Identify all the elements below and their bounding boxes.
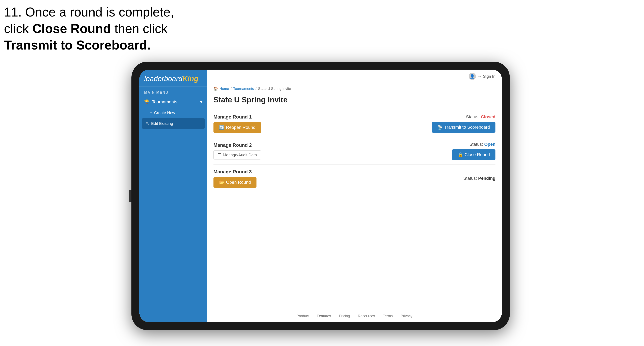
footer-product[interactable]: Product [296, 314, 309, 318]
main-content: 👤 → Sign In 🏠 Home / Tournaments / State… [207, 70, 502, 322]
round-2-section: Manage Round 2 ☰ Manage/Audit Data Statu… [214, 137, 496, 165]
tablet-side-button [129, 190, 132, 202]
close-round-label: Close Round [464, 152, 490, 157]
round-1-status-label: Status: [466, 114, 480, 119]
nav-edit-existing-label: Edit Existing [151, 121, 173, 126]
nav-edit-existing[interactable]: ✎ Edit Existing [142, 118, 205, 129]
sign-in-label: Sign In [483, 74, 496, 79]
breadcrumb-current: State U Spring Invite [258, 87, 291, 91]
instruction-line2: click Close Round then click [4, 21, 168, 36]
round-1-status-value: Closed [481, 114, 496, 119]
footer-privacy[interactable]: Privacy [401, 314, 412, 318]
round-3-status-label: Status: [464, 176, 477, 181]
round-3-status: Status: Pending [464, 176, 496, 181]
transmit-to-scoreboard-button[interactable]: 📡 Transmit to Scoreboard [432, 122, 496, 133]
nav-item-tournaments[interactable]: 🏆 Tournaments ▾ [140, 96, 207, 108]
page-content: State U Spring Invite Manage Round 1 🔄 R… [207, 92, 502, 310]
breadcrumb-home[interactable]: Home [220, 87, 229, 91]
round-3-status-value: Pending [478, 176, 496, 181]
close-round-button[interactable]: 🔒 Close Round [452, 149, 496, 160]
manage-audit-button[interactable]: ☰ Manage/Audit Data [214, 150, 261, 160]
footer-terms[interactable]: Terms [383, 314, 393, 318]
edit-icon: ✎ [146, 121, 149, 126]
instruction-line3: Transmit to Scoreboard. [4, 38, 150, 52]
reopen-round-button[interactable]: 🔄 Reopen Round [214, 122, 261, 133]
nav-tournaments-label: Tournaments [152, 99, 177, 105]
sign-in-button[interactable]: 👤 → Sign In [469, 73, 496, 80]
close-icon: 🔒 [458, 152, 463, 157]
tablet-screen: leaderboardKing MAIN MENU 🏆 Tournaments … [140, 70, 502, 322]
open-icon: 📂 [219, 180, 224, 185]
signin-arrow-icon: → [478, 74, 482, 79]
plus-icon: + [150, 111, 152, 115]
main-menu-label: MAIN MENU [140, 86, 207, 96]
round-2-status-value: Open [484, 142, 496, 147]
audit-icon: ☰ [218, 153, 221, 157]
app-footer: Product Features Pricing Resources Terms… [207, 310, 502, 322]
transmit-scoreboard-label: Transmit to Scoreboard [444, 125, 490, 130]
sidebar: leaderboardKing MAIN MENU 🏆 Tournaments … [140, 70, 207, 322]
breadcrumb-sep1: / [230, 87, 232, 91]
footer-resources[interactable]: Resources [358, 314, 375, 318]
nav-create-new-label: Create New [154, 111, 175, 115]
instruction-text: 11. Once a round is complete, click Clos… [4, 4, 174, 54]
logo: leaderboardKing [144, 75, 202, 82]
footer-pricing[interactable]: Pricing [339, 314, 350, 318]
tablet-device: leaderboardKing MAIN MENU 🏆 Tournaments … [132, 62, 510, 330]
round-2-status-label: Status: [469, 142, 483, 147]
reopen-icon: 🔄 [219, 125, 224, 130]
round-2-status: Status: Open [469, 142, 496, 147]
round-2-title: Manage Round 2 [214, 142, 261, 148]
open-round-label: Open Round [226, 180, 251, 185]
footer-features[interactable]: Features [317, 314, 331, 318]
manage-audit-label: Manage/Audit Data [223, 153, 257, 157]
app-header: 👤 → Sign In [207, 70, 502, 83]
round-1-title: Manage Round 1 [214, 114, 261, 120]
round-1-status: Status: Closed [466, 114, 496, 120]
open-round-button[interactable]: 📂 Open Round [214, 177, 256, 188]
transmit-icon: 📡 [437, 125, 443, 130]
home-icon: 🏠 [214, 86, 218, 91]
chevron-icon: ▾ [200, 99, 202, 105]
app-container: leaderboardKing MAIN MENU 🏆 Tournaments … [140, 70, 502, 322]
reopen-round-label: Reopen Round [226, 125, 256, 130]
round-3-title: Manage Round 3 [214, 169, 256, 174]
page-title: State U Spring Invite [214, 96, 496, 104]
breadcrumb-sep2: / [256, 87, 256, 91]
trophy-icon: 🏆 [144, 99, 150, 105]
instruction-line1: 11. Once a round is complete, [4, 5, 174, 19]
breadcrumb-tournaments[interactable]: Tournaments [233, 87, 254, 91]
breadcrumb: 🏠 Home / Tournaments / State U Spring In… [207, 83, 502, 92]
logo-area: leaderboardKing [140, 70, 207, 86]
round-1-section: Manage Round 1 🔄 Reopen Round Status: Cl… [214, 110, 496, 137]
round-3-section: Manage Round 3 📂 Open Round Status: Pend… [214, 165, 496, 192]
nav-create-new[interactable]: + Create New [140, 108, 207, 118]
user-avatar-icon: 👤 [469, 73, 476, 80]
